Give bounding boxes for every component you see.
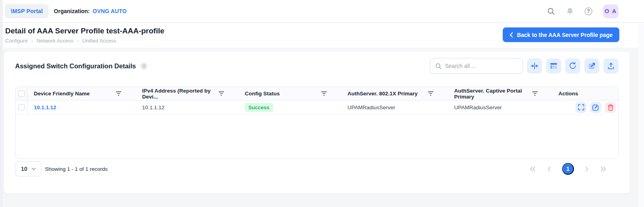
column-label: IPv4 Address (Reported by Devi... [142,88,219,100]
collapse-columns-icon [531,62,539,70]
row-cell-authserver-8021x: UPAMRadiusServer [341,101,448,114]
page-button-1[interactable]: 1 [562,163,574,175]
edit-row-button[interactable] [590,102,601,113]
select-all-checkbox[interactable] [18,91,25,97]
row-checkbox[interactable] [18,104,25,110]
pager-nav: 1 [529,163,607,175]
chevron-left-icon [546,166,552,172]
info-icon[interactable]: ! [141,63,147,70]
breadcrumb-item-configure[interactable]: Configure [5,38,27,44]
collapse-columns-button[interactable] [527,58,542,74]
scrollbar-track[interactable] [638,23,644,207]
table-row: 10.1.1.12 10.1.1.12 Success UPAMRadiusSe… [16,101,618,114]
back-button-label: Back to the AAA Server Profile page [517,32,613,38]
open-external-button[interactable] [584,58,599,74]
breadcrumb-item-unified-access[interactable]: Unified Access [82,38,116,44]
bell-icon[interactable] [566,7,574,15]
table-toolbar [430,58,619,74]
authserver-captive-value: UPAMRadiusServer [454,104,502,110]
table-header-row: Device Friendly Name IPv4 Address (Repor… [16,87,618,101]
chevron-left-icon [509,32,513,38]
chevron-right-icon [584,166,590,172]
column-label: AuthServer. 802.1X Primary [347,91,418,97]
header-cell-authserver-captive-portal: AuthServer. Captive Portal Primary [448,87,552,100]
next-page-button[interactable] [584,166,590,172]
search-input[interactable] [445,63,518,69]
column-label: AuthServer. Captive Portal Primary [454,88,532,100]
filter-icon[interactable] [321,91,327,96]
columns-icon [550,62,558,70]
back-button[interactable]: Back to the AAA Server Profile page [503,27,619,42]
filter-icon[interactable] [116,91,121,96]
open-external-icon [588,62,596,70]
filter-icon[interactable] [532,91,538,96]
authserver-8021x-value: UPAMRadiusServer [347,104,395,110]
last-page-button[interactable] [599,166,607,172]
filter-icon[interactable] [219,91,224,96]
header-cell-config-status: Config Status [238,87,341,100]
first-page-button[interactable] [529,166,537,172]
organization-label: Organization: [54,8,90,14]
search-icon[interactable] [547,7,555,15]
chevron-down-icon [31,168,36,170]
ipv4-value: 10.1.1.12 [142,104,164,110]
refresh-button[interactable] [565,58,580,74]
search-box [430,58,523,74]
pagination-bar: 10 Showing 1 - 1 of 1 records 1 [15,161,619,176]
double-chevron-left-icon [529,166,537,172]
edit-icon [592,104,599,111]
delete-row-button[interactable] [605,102,616,113]
export-button[interactable] [603,58,619,74]
status-badge: Success [245,103,273,112]
breadcrumb-separator: - [31,38,33,44]
topbar: \MSP Portal Organization: OVNG AUTO ? O … [0,0,644,23]
search-icon [435,63,442,70]
header-cell-ipv4-address: IPv4 Address (Reported by Devi... [136,87,238,100]
header-cell-device-friendly-name: Device Friendly Name [27,87,136,100]
column-label: Device Friendly Name [34,91,90,97]
breadcrumb-separator: - [77,38,78,44]
delete-icon [607,104,614,111]
breadcrumb-item-network-access[interactable]: Network Access [37,38,73,44]
column-label: Config Status [245,91,280,97]
column-label: Actions [558,91,578,97]
records-summary: Showing 1 - 1 of 1 records [45,166,108,172]
card-header: Assigned Switch Configuration Details ! [15,52,619,74]
avatar[interactable]: O A [603,4,619,18]
double-chevron-right-icon [599,166,607,172]
help-icon[interactable]: ? [585,8,592,15]
header-cell-authserver-8021x: AuthServer. 802.1X Primary [341,87,448,100]
refresh-icon [569,62,577,70]
row-cell-select [16,101,27,114]
row-cell-actions [552,101,618,114]
table-empty-space [16,114,618,159]
assigned-switch-card: Assigned Switch Configuration Details ! [4,52,630,193]
filter-icon[interactable] [428,91,433,96]
expand-icon [578,104,585,111]
page-header: Detail of AAA Server Profile test-AAA-pr… [0,23,644,48]
header-cell-select [16,87,27,100]
card-title: Assigned Switch Configuration Details [15,62,136,70]
columns-button[interactable] [546,58,561,74]
topbar-actions: ? O A [547,4,619,18]
row-cell-authserver-captive-portal: UPAMRadiusServer [448,101,552,114]
avatar-initials: O A [605,8,617,14]
export-icon [607,62,615,70]
page-size-value: 10 [21,166,27,172]
page-size-select[interactable]: 10 [15,161,41,176]
device-link[interactable]: 10.1.1.12 [34,104,56,110]
left-edge-strip [0,0,3,207]
switch-config-table: Device Friendly Name IPv4 Address (Repor… [15,87,619,159]
organization-value[interactable]: OVNG AUTO [93,8,127,14]
header-cell-actions: Actions [552,87,618,100]
row-cell-ipv4-address: 10.1.1.12 [136,101,238,114]
expand-row-button[interactable] [576,102,586,113]
row-cell-config-status: Success [238,101,341,114]
msp-portal-chip[interactable]: \MSP Portal [5,4,49,18]
row-cell-device-friendly-name: 10.1.1.12 [27,101,136,114]
msp-portal-label: \MSP Portal [11,8,43,14]
prev-page-button[interactable] [546,166,552,172]
